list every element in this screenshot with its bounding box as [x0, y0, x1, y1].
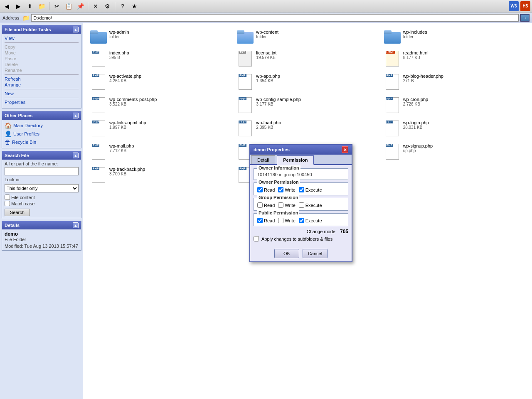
- details-panel-header[interactable]: Details ▲: [2, 221, 81, 229]
- paste-link[interactable]: Paste: [5, 56, 79, 62]
- sidebar-item-user-profiles[interactable]: 👤 User Profiles: [5, 130, 79, 138]
- list-item[interactable]: PHP wp-login.php 28.031 KB: [381, 118, 528, 139]
- lookin-select[interactable]: This folder only All folders Subfolders: [5, 184, 79, 192]
- copy-link[interactable]: Copy: [5, 44, 79, 50]
- dialog-titlebar[interactable]: demo Properties ✕: [250, 145, 352, 155]
- address-input[interactable]: [31, 14, 519, 22]
- search-collapse[interactable]: ▲: [73, 153, 79, 158]
- public-execute-checkbox[interactable]: [299, 218, 304, 223]
- match-case-checkbox[interactable]: [5, 201, 10, 206]
- extra-btn[interactable]: ★: [129, 1, 139, 11]
- php-icon-wrapper: PHP: [90, 97, 107, 113]
- list-item[interactable]: PHP wp-mail.php 7.712 KB: [87, 141, 234, 162]
- file-name: index.php: [109, 50, 129, 55]
- list-item[interactable]: PHP wp-blog-header.php 271 B: [381, 71, 528, 92]
- back-btn[interactable]: ◀: [2, 1, 12, 11]
- search-panel-body: All or part of the file name: Look in: T…: [2, 160, 81, 218]
- html-badge: HTML: [386, 51, 395, 54]
- task-section-new: New: [5, 89, 79, 96]
- group-execute-label: Execute: [305, 203, 322, 208]
- list-item[interactable]: PHP wp-links-opml.php 1.997 KB: [87, 118, 234, 139]
- file-content-checkbox[interactable]: [5, 195, 10, 200]
- file-name: wp-config-sample.php: [256, 97, 301, 102]
- delete-link[interactable]: Delete: [5, 62, 79, 67]
- file-size: 2.726 KB: [403, 102, 429, 106]
- move-link[interactable]: Move: [5, 50, 79, 56]
- list-item[interactable]: HTML readme.html 8.177 KB: [381, 48, 528, 69]
- php-icon-wrapper: PHP: [90, 143, 107, 160]
- forward-btn[interactable]: ▶: [13, 1, 23, 11]
- group-write-check[interactable]: Write: [278, 202, 295, 208]
- properties-link[interactable]: Properties: [5, 99, 79, 105]
- search-button[interactable]: Search: [5, 209, 30, 216]
- delete-btn[interactable]: ✕: [91, 1, 101, 11]
- tab-permission[interactable]: Permission: [277, 155, 314, 165]
- file-size: 1.354 KB: [256, 79, 280, 83]
- public-read-checkbox[interactable]: [257, 218, 263, 223]
- public-read-check[interactable]: Read: [257, 218, 275, 223]
- ok-button[interactable]: OK: [274, 249, 299, 258]
- list-item[interactable]: wp-admin folder: [87, 27, 234, 46]
- group-execute-check[interactable]: Execute: [299, 202, 322, 208]
- list-item[interactable]: TXT license.txt 19.579 KB: [234, 48, 381, 69]
- owner-execute-checkbox[interactable]: [299, 187, 304, 192]
- sidebar-item-main-directory[interactable]: 🏠 Main Directory: [5, 121, 79, 130]
- other-places-header[interactable]: Other Places ▲: [2, 111, 81, 120]
- cut-btn[interactable]: ✂: [52, 1, 62, 11]
- details-collapse[interactable]: ▲: [73, 222, 79, 228]
- list-item[interactable]: PHP wp-cron.php 2.726 KB: [381, 95, 528, 116]
- apply-changes-checkbox[interactable]: [254, 236, 259, 241]
- list-item[interactable]: PHP wp-activate.php 4.264 KB: [87, 71, 234, 92]
- properties-btn[interactable]: ⚙: [102, 1, 112, 11]
- icon2-btn[interactable]: H5: [520, 1, 530, 11]
- other-places-collapse[interactable]: ▲: [73, 113, 79, 118]
- owner-read-checkbox[interactable]: [257, 187, 263, 192]
- file-name: wp-content: [256, 30, 278, 34]
- file-tasks-header[interactable]: File and Folder Tasks ▲: [2, 25, 81, 34]
- folder-btn[interactable]: 📁: [37, 1, 47, 11]
- list-item[interactable]: wp-content folder: [234, 27, 381, 46]
- group-read-checkbox[interactable]: [257, 202, 263, 208]
- list-item[interactable]: PHP wp-load.php 2.395 KB: [234, 118, 381, 139]
- search-filename-input[interactable]: [5, 167, 79, 175]
- rename-link[interactable]: Rename: [5, 67, 79, 73]
- public-execute-check[interactable]: Execute: [299, 218, 322, 223]
- address-go-btn[interactable]: →: [520, 14, 530, 22]
- file-size: 271 B: [403, 79, 443, 83]
- owner-write-check[interactable]: Write: [278, 187, 295, 192]
- file-tasks-collapse[interactable]: ▲: [73, 27, 79, 32]
- public-write-checkbox[interactable]: [278, 218, 283, 223]
- list-item[interactable]: PHP wp-trackback.php 3.700 KB: [87, 165, 234, 185]
- refresh-link[interactable]: Refresh: [5, 76, 79, 82]
- sidebar-item-recycle-bin[interactable]: 🗑 Recycle Bin: [5, 138, 79, 146]
- group-execute-checkbox[interactable]: [299, 202, 304, 208]
- search-panel-header[interactable]: Search File ▲: [2, 151, 81, 160]
- file-info: wp-app.php 1.354 KB: [256, 74, 280, 83]
- owner-execute-check[interactable]: Execute: [299, 187, 322, 192]
- owner-write-checkbox[interactable]: [278, 187, 283, 192]
- group-read-check[interactable]: Read: [257, 202, 275, 208]
- new-link[interactable]: New: [5, 91, 79, 96]
- copy-btn[interactable]: 📋: [64, 1, 74, 11]
- file-size: up.php: [403, 148, 433, 153]
- group-write-checkbox[interactable]: [278, 202, 283, 208]
- list-item[interactable]: PHP wp-config-sample.php 3.177 KB: [234, 95, 381, 116]
- paste-btn[interactable]: 📌: [75, 1, 85, 11]
- owner-read-check[interactable]: Read: [257, 187, 275, 192]
- icon1-btn[interactable]: W3: [509, 1, 519, 11]
- list-item[interactable]: wp-includes folder: [381, 27, 528, 46]
- dialog-close-btn[interactable]: ✕: [342, 146, 348, 153]
- file-info: wp-comments-post.php 3.522 KB: [109, 97, 157, 106]
- help-btn[interactable]: ?: [118, 1, 128, 11]
- list-item[interactable]: PHP index.php 395 B: [87, 48, 234, 69]
- list-item[interactable]: PHP wp-app.php 1.354 KB: [234, 71, 381, 92]
- list-item[interactable]: PHP wp-signup.php up.php: [381, 141, 528, 162]
- list-item[interactable]: PHP wp-comments-post.php 3.522 KB: [87, 95, 234, 116]
- php-file-icon: PHP: [90, 50, 107, 67]
- cancel-button[interactable]: Cancel: [303, 249, 328, 258]
- public-write-check[interactable]: Write: [278, 218, 295, 223]
- tab-detail[interactable]: Detail: [251, 155, 275, 164]
- arrange-link[interactable]: Arrange: [5, 82, 79, 88]
- up-btn[interactable]: ⬆: [25, 1, 35, 11]
- view-link[interactable]: View: [5, 35, 79, 41]
